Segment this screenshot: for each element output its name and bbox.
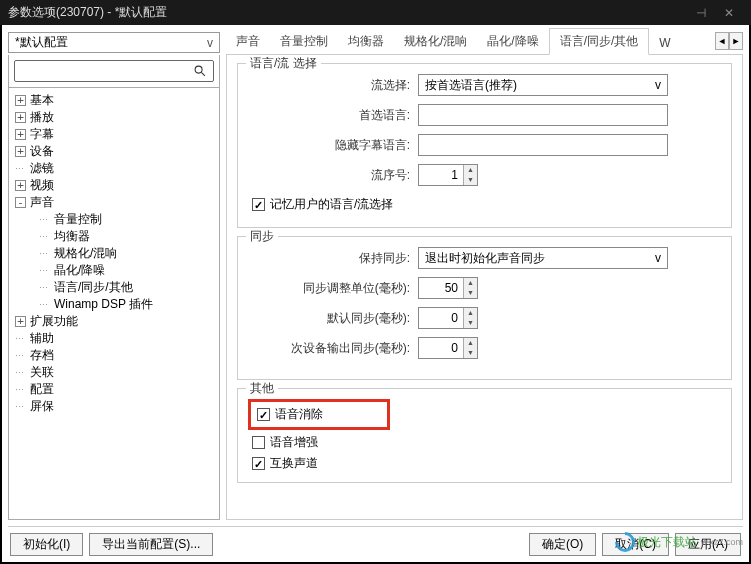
- tab-normalize[interactable]: 规格化/混响: [394, 29, 477, 54]
- tab-scroll: ◄ ►: [715, 32, 743, 50]
- group-sync: 同步 保持同步: 退出时初始化声音同步 v 同步调整单位(毫秒): 50 ▲▼: [237, 236, 732, 380]
- tree-leaf-icon: ⋯: [39, 300, 50, 310]
- tree-item-label: 设备: [30, 143, 54, 160]
- swap-channel-label: 互换声道: [270, 455, 318, 472]
- expand-icon[interactable]: +: [15, 129, 26, 140]
- export-button[interactable]: 导出当前配置(S)...: [89, 533, 213, 556]
- tree-item-label: 声音: [30, 194, 54, 211]
- chevron-down-icon: v: [655, 78, 661, 92]
- tree-leaf-icon: ⋯: [15, 402, 26, 412]
- tab-eq[interactable]: 均衡器: [338, 29, 394, 54]
- tree-item[interactable]: +扩展功能: [11, 313, 217, 330]
- tree-item[interactable]: +播放: [11, 109, 217, 126]
- voice-enhance-checkbox[interactable]: [252, 436, 265, 449]
- tree-item[interactable]: ⋯晶化/降噪: [11, 262, 217, 279]
- tree-item-label: 关联: [30, 364, 54, 381]
- pref-lang-input[interactable]: [418, 104, 668, 126]
- close-icon[interactable]: ✕: [715, 6, 743, 20]
- pref-lang-label: 首选语言:: [248, 107, 418, 124]
- group-language: 语言/流 选择 流选择: 按首选语言(推荐) v 首选语言: 隐藏字幕语言:: [237, 63, 732, 228]
- tab-winamp[interactable]: Wi: [649, 32, 671, 54]
- left-panel: +基本+播放+字幕+设备⋯滤镜+视频-声音⋯音量控制⋯均衡器⋯规格化/混响⋯晶化…: [8, 55, 220, 520]
- expand-icon[interactable]: +: [15, 146, 26, 157]
- default-sync-spinner[interactable]: 0 ▲▼: [418, 307, 478, 329]
- init-button[interactable]: 初始化(I): [10, 533, 83, 556]
- tab-volume[interactable]: 音量控制: [270, 29, 338, 54]
- group-sync-title: 同步: [246, 228, 278, 245]
- stream-select-dropdown[interactable]: 按首选语言(推荐) v: [418, 74, 668, 96]
- search-wrap: [8, 55, 220, 88]
- spinner-down-icon[interactable]: ▼: [464, 175, 477, 185]
- secondary-sync-spinner[interactable]: 0 ▲▼: [418, 337, 478, 359]
- tree-item[interactable]: ⋯关联: [11, 364, 217, 381]
- tab-scroll-left-icon[interactable]: ◄: [715, 32, 729, 50]
- group-other-title: 其他: [246, 380, 278, 397]
- tree-item[interactable]: ⋯语言/同步/其他: [11, 279, 217, 296]
- title-bar: 参数选项(230707) - *默认配置 ⊣ ✕: [0, 0, 751, 25]
- remember-lang-checkbox[interactable]: [252, 198, 265, 211]
- tree-item[interactable]: +设备: [11, 143, 217, 160]
- main-area: +基本+播放+字幕+设备⋯滤镜+视频-声音⋯音量控制⋯均衡器⋯规格化/混响⋯晶化…: [2, 55, 749, 526]
- tab-lang-sync[interactable]: 语言/同步/其他: [549, 28, 650, 55]
- tree-leaf-icon: ⋯: [15, 334, 26, 344]
- tab-scroll-right-icon[interactable]: ►: [729, 32, 743, 50]
- expand-icon[interactable]: +: [15, 316, 26, 327]
- tree-item[interactable]: ⋯均衡器: [11, 228, 217, 245]
- pin-icon[interactable]: ⊣: [687, 6, 715, 20]
- tree-item[interactable]: +字幕: [11, 126, 217, 143]
- settings-panel: 语言/流 选择 流选择: 按首选语言(推荐) v 首选语言: 隐藏字幕语言:: [226, 55, 743, 520]
- tree-item-label: 语言/同步/其他: [54, 279, 133, 296]
- group-other: 其他 语音消除 语音增强 互换声道: [237, 388, 732, 483]
- tree-item[interactable]: ⋯屏保: [11, 398, 217, 415]
- expand-icon[interactable]: +: [15, 180, 26, 191]
- tree-item[interactable]: -声音: [11, 194, 217, 211]
- keep-sync-dropdown[interactable]: 退出时初始化声音同步 v: [418, 247, 668, 269]
- tree-item[interactable]: ⋯配置: [11, 381, 217, 398]
- hidden-sub-input[interactable]: [418, 134, 668, 156]
- spinner-down-icon[interactable]: ▼: [464, 288, 477, 298]
- voice-remove-checkbox[interactable]: [257, 408, 270, 421]
- highlight-box: 语音消除: [248, 399, 390, 430]
- sync-step-spinner[interactable]: 50 ▲▼: [418, 277, 478, 299]
- sync-step-label: 同步调整单位(毫秒):: [248, 280, 418, 297]
- spinner-up-icon[interactable]: ▲: [464, 165, 477, 175]
- voice-enhance-label: 语音增强: [270, 434, 318, 451]
- spinner-down-icon[interactable]: ▼: [464, 318, 477, 328]
- tree-item-label: 辅助: [30, 330, 54, 347]
- keep-sync-label: 保持同步:: [248, 250, 418, 267]
- tree-item-label: 音量控制: [54, 211, 102, 228]
- watermark: 极光下载站 w.xz7.com: [615, 532, 743, 552]
- tree-item-label: 均衡器: [54, 228, 90, 245]
- default-sync-label: 默认同步(毫秒):: [248, 310, 418, 327]
- tree-leaf-icon: ⋯: [39, 215, 50, 225]
- tab-crystal[interactable]: 晶化/降噪: [477, 29, 548, 54]
- group-language-title: 语言/流 选择: [246, 55, 321, 72]
- spinner-up-icon[interactable]: ▲: [464, 278, 477, 288]
- tree-leaf-icon: ⋯: [39, 249, 50, 259]
- watermark-logo-icon: [611, 528, 639, 556]
- stream-no-spinner[interactable]: 1 ▲▼: [418, 164, 478, 186]
- expand-icon[interactable]: +: [15, 112, 26, 123]
- spinner-down-icon[interactable]: ▼: [464, 348, 477, 358]
- expand-icon[interactable]: +: [15, 95, 26, 106]
- tree-item[interactable]: ⋯规格化/混响: [11, 245, 217, 262]
- spinner-up-icon[interactable]: ▲: [464, 308, 477, 318]
- tree-item[interactable]: +视频: [11, 177, 217, 194]
- tree-item[interactable]: ⋯Winamp DSP 插件: [11, 296, 217, 313]
- ok-button[interactable]: 确定(O): [529, 533, 596, 556]
- chevron-down-icon: v: [655, 251, 661, 265]
- tab-sound[interactable]: 声音: [226, 29, 270, 54]
- tree-item[interactable]: ⋯存档: [11, 347, 217, 364]
- tree-item[interactable]: ⋯辅助: [11, 330, 217, 347]
- svg-point-0: [195, 66, 202, 73]
- search-input[interactable]: [14, 60, 214, 82]
- spinner-up-icon[interactable]: ▲: [464, 338, 477, 348]
- swap-channel-checkbox[interactable]: [252, 457, 265, 470]
- tree-item[interactable]: +基本: [11, 92, 217, 109]
- tree-item[interactable]: ⋯滤镜: [11, 160, 217, 177]
- tree-item[interactable]: ⋯音量控制: [11, 211, 217, 228]
- collapse-icon[interactable]: -: [15, 197, 26, 208]
- category-tree[interactable]: +基本+播放+字幕+设备⋯滤镜+视频-声音⋯音量控制⋯均衡器⋯规格化/混响⋯晶化…: [8, 88, 220, 520]
- tree-item-label: 规格化/混响: [54, 245, 117, 262]
- profile-select[interactable]: *默认配置 v: [8, 32, 220, 53]
